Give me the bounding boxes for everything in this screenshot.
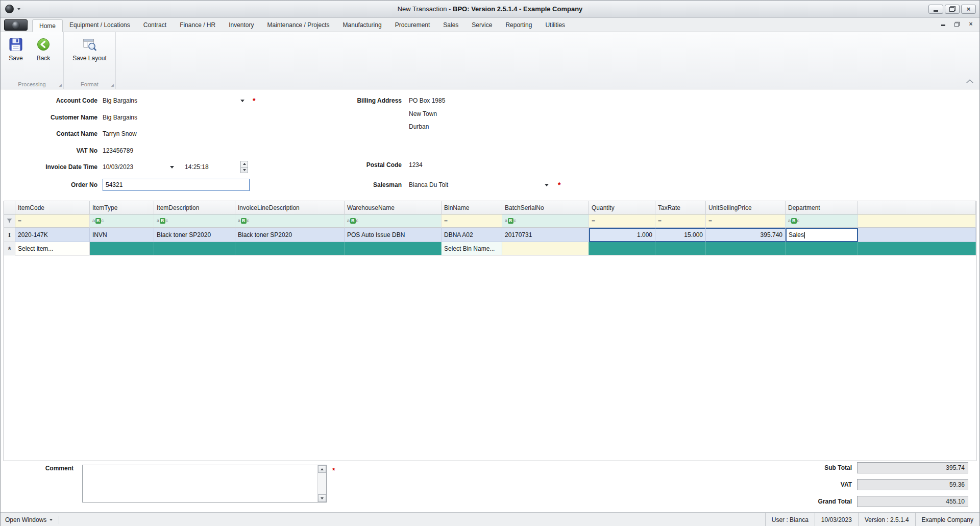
invoice-time-field[interactable]: 14:25:18 bbox=[185, 162, 209, 172]
column-header-taxrate[interactable]: TaxRate bbox=[655, 201, 706, 214]
column-header-itemcode[interactable]: ItemCode bbox=[15, 201, 90, 214]
cell-taxrate[interactable]: 15.000 bbox=[655, 228, 706, 242]
save-layout-button[interactable]: Save Layout bbox=[69, 35, 110, 76]
quick-access-dropdown-icon[interactable] bbox=[17, 8, 20, 10]
new-row-bin-cell[interactable]: Select Bin Name... bbox=[442, 242, 502, 255]
abc-operator-icon[interactable]: aBc bbox=[347, 218, 358, 224]
filter-cell-unitsellingprice[interactable]: = bbox=[706, 214, 786, 228]
filter-cell-taxrate[interactable]: = bbox=[655, 214, 706, 228]
tab-procurement[interactable]: Procurement bbox=[388, 19, 437, 32]
order-no-input[interactable] bbox=[103, 179, 250, 191]
new-row-itemtype-cell[interactable] bbox=[90, 242, 154, 255]
cell-warehousename[interactable]: POS Auto Issue DBN bbox=[345, 228, 442, 242]
new-row-item-cell[interactable]: Select item... bbox=[15, 242, 90, 255]
cell-itemdescription[interactable]: Black toner SP2020 bbox=[154, 228, 235, 242]
cell-binname[interactable]: DBNA A02 bbox=[442, 228, 502, 242]
scroll-track[interactable] bbox=[318, 473, 326, 494]
abc-operator-icon[interactable]: aBc bbox=[505, 218, 516, 224]
time-up-icon[interactable] bbox=[241, 161, 248, 167]
column-header-itemtype[interactable]: ItemType bbox=[90, 201, 154, 214]
new-row-department-cell[interactable] bbox=[786, 242, 858, 255]
column-header-itemdescription[interactable]: ItemDescription bbox=[154, 201, 235, 214]
new-row-quantity-cell[interactable] bbox=[589, 242, 655, 255]
abc-operator-icon[interactable]: aBc bbox=[788, 218, 799, 224]
tab-equipment-locations[interactable]: Equipment / Locations bbox=[63, 19, 137, 32]
filter-cell-itemcode[interactable]: = bbox=[15, 214, 90, 228]
cell-invoicelinedescription[interactable]: Black toner SP2020 bbox=[235, 228, 345, 242]
cell-department-editor[interactable]: Sales bbox=[786, 228, 858, 242]
filter-cell-itemdescription[interactable]: aBc bbox=[154, 214, 235, 228]
equals-operator-icon[interactable]: = bbox=[658, 218, 662, 225]
equals-operator-icon[interactable]: = bbox=[708, 218, 712, 225]
tab-finance-hr[interactable]: Finance / HR bbox=[173, 19, 222, 32]
new-row-invoicelinedescription-cell[interactable] bbox=[235, 242, 345, 255]
tab-contract[interactable]: Contract bbox=[137, 19, 173, 32]
comment-input[interactable] bbox=[82, 465, 327, 503]
new-row-warehousename-cell[interactable] bbox=[345, 242, 442, 255]
comment-scrollbar[interactable] bbox=[317, 465, 326, 502]
tab-maintenance-projects[interactable]: Maintenance / Projects bbox=[261, 19, 336, 32]
column-header-quantity[interactable]: Quantity bbox=[589, 201, 655, 214]
restore-button[interactable] bbox=[945, 5, 960, 14]
processing-dialog-launcher-icon[interactable]: ◢ bbox=[59, 83, 62, 87]
column-header-unitsellingprice[interactable]: UnitSellingPrice bbox=[706, 201, 786, 214]
filter-cell-quantity[interactable]: = bbox=[589, 214, 655, 228]
close-button[interactable]: × bbox=[961, 5, 976, 14]
app-menu-button[interactable] bbox=[4, 19, 28, 31]
new-row-unitsellingprice-cell[interactable] bbox=[706, 242, 786, 255]
tab-reporting[interactable]: Reporting bbox=[499, 19, 538, 32]
abc-operator-icon[interactable]: aBc bbox=[238, 218, 249, 224]
time-down-icon[interactable] bbox=[241, 167, 248, 173]
cell-itemcode[interactable]: 2020-147K bbox=[15, 228, 90, 242]
save-button[interactable]: Save bbox=[2, 35, 30, 76]
filter-cell-department[interactable]: aBc bbox=[786, 214, 858, 228]
new-row-itemdescription-cell[interactable] bbox=[154, 242, 235, 255]
back-button[interactable]: Back bbox=[30, 35, 57, 76]
filter-cell-invoicelinedescription[interactable]: aBc bbox=[235, 214, 345, 228]
filter-cell-warehousename[interactable]: aBc bbox=[345, 214, 442, 228]
column-header-warehousename[interactable]: WarehouseName bbox=[345, 201, 442, 214]
mdi-restore-button[interactable] bbox=[953, 20, 961, 28]
mdi-minimize-button[interactable] bbox=[940, 20, 947, 28]
minimize-button[interactable] bbox=[928, 5, 943, 14]
invoice-date-field[interactable]: 10/03/2023 bbox=[103, 162, 133, 172]
equals-operator-icon[interactable]: = bbox=[18, 218, 21, 225]
account-code-combobox[interactable]: Big Bargains bbox=[103, 96, 137, 105]
equals-operator-icon[interactable]: = bbox=[444, 218, 448, 225]
scroll-down-icon[interactable] bbox=[318, 494, 326, 502]
filter-cell-itemtype[interactable]: aBc bbox=[90, 214, 154, 228]
column-header-binname[interactable]: BinName bbox=[442, 201, 502, 214]
filter-cell-binname[interactable]: = bbox=[442, 214, 502, 228]
column-header-batchserialno[interactable]: BatchSerialNo bbox=[502, 201, 589, 214]
salesman-dropdown-icon[interactable] bbox=[543, 180, 551, 189]
tab-utilities[interactable]: Utilities bbox=[538, 19, 572, 32]
filter-cell-batchserialno[interactable]: aBc bbox=[502, 214, 589, 228]
invoice-time-stepper[interactable] bbox=[240, 161, 248, 173]
invoice-date-dropdown-icon[interactable] bbox=[168, 162, 176, 172]
filter-icon bbox=[7, 218, 12, 224]
collapse-ribbon-icon[interactable] bbox=[966, 78, 973, 85]
cell-itemtype[interactable]: INVN bbox=[90, 228, 154, 242]
cell-quantity[interactable]: 1.000 bbox=[589, 228, 655, 242]
cell-batchserialno[interactable]: 20170731 bbox=[502, 228, 589, 242]
tab-home[interactable]: Home bbox=[32, 19, 63, 32]
abc-operator-icon[interactable]: aBc bbox=[92, 218, 104, 224]
column-header-department[interactable]: Department bbox=[786, 201, 858, 214]
cell-unitsellingprice[interactable]: 395.740 bbox=[706, 228, 786, 242]
column-header-invoicelinedescription[interactable]: InvoiceLineDescription bbox=[235, 201, 345, 214]
tab-sales[interactable]: Sales bbox=[436, 19, 465, 32]
format-dialog-launcher-icon[interactable]: ◢ bbox=[111, 83, 114, 87]
tab-manufacturing[interactable]: Manufacturing bbox=[336, 19, 388, 32]
scroll-up-icon[interactable] bbox=[318, 465, 326, 473]
open-windows-button[interactable]: Open Windows bbox=[1, 513, 59, 526]
tab-inventory[interactable]: Inventory bbox=[222, 19, 260, 32]
mdi-close-button[interactable]: × bbox=[967, 20, 974, 28]
salesman-combobox[interactable]: Bianca Du Toit bbox=[409, 180, 448, 189]
equals-operator-icon[interactable]: = bbox=[592, 218, 595, 225]
abc-operator-icon[interactable]: aBc bbox=[157, 218, 168, 224]
app-icon[interactable] bbox=[5, 5, 14, 13]
new-row-batchserialno-cell[interactable] bbox=[502, 242, 589, 255]
new-row-taxrate-cell[interactable] bbox=[655, 242, 706, 255]
tab-service[interactable]: Service bbox=[465, 19, 499, 32]
account-code-dropdown-icon[interactable] bbox=[238, 96, 247, 105]
